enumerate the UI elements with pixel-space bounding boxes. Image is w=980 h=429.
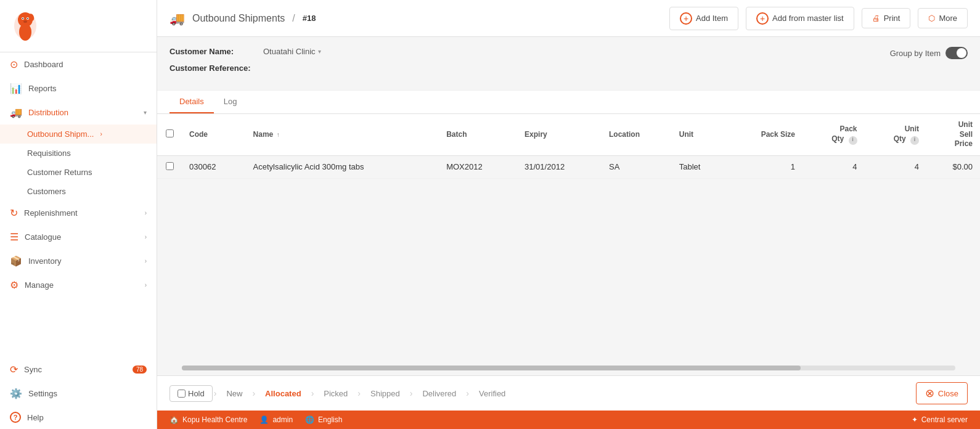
add-from-master-label: Add from master list bbox=[772, 14, 844, 23]
server-name: Central server bbox=[921, 415, 968, 424]
shipped-step[interactable]: Shipped bbox=[362, 385, 409, 402]
sync-icon: ⟳ bbox=[10, 364, 18, 375]
scroll-track[interactable] bbox=[182, 366, 955, 370]
sidebar-item-sync[interactable]: ⟳ Sync 78 bbox=[0, 358, 157, 382]
replenishment-chevron-icon: › bbox=[145, 210, 147, 216]
th-expiry: Expiry bbox=[517, 114, 602, 155]
svg-point-7 bbox=[27, 18, 28, 19]
sidebar-label-sync: Sync bbox=[24, 365, 42, 374]
user-name: admin bbox=[272, 415, 293, 424]
arrow-1: › bbox=[214, 388, 217, 398]
customer-name-dropdown-icon: ▾ bbox=[318, 48, 321, 55]
th-unit: Unit bbox=[672, 114, 727, 155]
sidebar-item-dashboard[interactable]: ⊙ Dashboard bbox=[0, 52, 157, 76]
footer-user: 👤 admin bbox=[259, 415, 293, 424]
hold-checkbox[interactable] bbox=[178, 390, 186, 398]
items-table-container: Code Name ↑ Batch Expiry Location bbox=[157, 114, 980, 361]
verified-step[interactable]: Verified bbox=[470, 385, 514, 402]
print-button[interactable]: 🖨 Print bbox=[862, 8, 911, 28]
distribution-submenu: Outbound Shipm... › Requisitions Custome… bbox=[0, 125, 157, 201]
select-all-checkbox[interactable] bbox=[166, 129, 174, 137]
sidebar-item-reports[interactable]: 📊 Reports bbox=[0, 76, 157, 100]
pack-qty-info-icon[interactable]: i bbox=[849, 136, 857, 145]
sidebar-item-distribution[interactable]: 🚚 Distribution ▾ bbox=[0, 100, 157, 125]
arrow-3: › bbox=[311, 388, 314, 398]
cell-pack-size: 1 bbox=[727, 155, 802, 178]
sidebar-item-requisitions[interactable]: Requisitions bbox=[0, 144, 157, 163]
tab-log[interactable]: Log bbox=[214, 91, 247, 113]
delivered-step[interactable]: Delivered bbox=[414, 385, 465, 402]
add-item-button[interactable]: + Add Item bbox=[669, 7, 738, 30]
tab-details[interactable]: Details bbox=[169, 91, 214, 113]
footer-language: 🌐 English bbox=[305, 415, 342, 424]
scroll-thumb[interactable] bbox=[182, 366, 801, 370]
reports-icon: 📊 bbox=[10, 83, 22, 94]
row-checkbox-cell[interactable] bbox=[157, 155, 182, 178]
sidebar-label-inventory: Inventory bbox=[28, 256, 61, 266]
group-by-label: Group by Item bbox=[890, 49, 941, 58]
arrow-6: › bbox=[466, 388, 469, 398]
manage-icon: ⚙ bbox=[10, 279, 18, 291]
sidebar-item-outbound-shipments[interactable]: Outbound Shipm... › bbox=[0, 125, 157, 144]
row-checkbox[interactable] bbox=[166, 162, 174, 170]
new-label: New bbox=[226, 389, 242, 398]
add-master-plus-icon: + bbox=[756, 12, 769, 25]
cell-unit-qty: 4 bbox=[865, 155, 926, 178]
sidebar-item-replenishment[interactable]: ↻ Replenishment › bbox=[0, 201, 157, 225]
more-button[interactable]: ⬡ More bbox=[918, 8, 968, 28]
picked-label: Picked bbox=[324, 389, 348, 398]
add-from-master-button[interactable]: + Add from master list bbox=[746, 7, 854, 30]
form-section: Customer Name: Otuatahi Clinic ▾ Custome… bbox=[157, 37, 980, 91]
group-by-toggle[interactable]: Group by Item bbox=[890, 47, 968, 59]
verified-label: Verified bbox=[479, 389, 505, 398]
th-select-all[interactable] bbox=[157, 114, 182, 155]
sidebar-item-help[interactable]: ? Help bbox=[0, 406, 157, 429]
customer-ref-row: Customer Reference: bbox=[169, 63, 890, 73]
sidebar-item-inventory[interactable]: 📦 Inventory › bbox=[0, 249, 157, 273]
logo-area bbox=[0, 0, 157, 52]
sidebar-label-reports: Reports bbox=[28, 84, 57, 93]
sidebar-item-manage[interactable]: ⚙ Manage › bbox=[0, 273, 157, 297]
sidebar: ⊙ Dashboard 📊 Reports 🚚 Distribution ▾ O… bbox=[0, 0, 157, 429]
customer-name-field[interactable]: Otuatahi Clinic ▾ bbox=[263, 47, 321, 56]
picked-step[interactable]: Picked bbox=[315, 385, 356, 402]
delivered-label: Delivered bbox=[422, 389, 456, 398]
sidebar-item-customers[interactable]: Customers bbox=[0, 182, 157, 201]
requisitions-label: Requisitions bbox=[27, 149, 71, 158]
th-batch: Batch bbox=[439, 114, 517, 155]
group-by-switch[interactable] bbox=[945, 47, 968, 59]
add-item-label: Add Item bbox=[696, 14, 728, 23]
dashboard-icon: ⊙ bbox=[10, 59, 18, 70]
th-name[interactable]: Name ↑ bbox=[246, 114, 439, 155]
svg-point-8 bbox=[23, 20, 27, 23]
sidebar-item-catalogue[interactable]: ☰ Catalogue › bbox=[0, 225, 157, 249]
more-label: More bbox=[939, 14, 957, 23]
name-sort-icon: ↑ bbox=[277, 131, 280, 138]
sidebar-item-settings[interactable]: ⚙️ Settings bbox=[0, 382, 157, 406]
settings-icon: ⚙️ bbox=[10, 388, 22, 399]
sidebar-label-help: Help bbox=[27, 413, 44, 422]
close-button[interactable]: ⊗ Close bbox=[916, 382, 968, 404]
horizontal-scrollbar[interactable] bbox=[157, 361, 980, 375]
cell-name[interactable]: Acetylsalicylic Acid 300mg tabs bbox=[246, 155, 439, 178]
hold-step[interactable]: Hold bbox=[169, 385, 213, 402]
allocated-step[interactable]: Allocated bbox=[256, 385, 310, 402]
customer-name-row: Customer Name: Otuatahi Clinic ▾ bbox=[169, 47, 890, 56]
sync-badge: 78 bbox=[133, 366, 147, 374]
user-icon: 👤 bbox=[259, 415, 269, 424]
sidebar-label-catalogue: Catalogue bbox=[25, 232, 61, 242]
shipment-id: #18 bbox=[303, 14, 316, 23]
svg-point-6 bbox=[22, 18, 23, 19]
cell-location: SA bbox=[602, 155, 672, 178]
cell-pack-qty: 4 bbox=[802, 155, 864, 178]
new-step[interactable]: New bbox=[218, 385, 251, 402]
breadcrumb-parent[interactable]: Outbound Shipments bbox=[192, 13, 285, 24]
distribution-icon: 🚚 bbox=[10, 107, 22, 118]
sidebar-item-customer-returns[interactable]: Customer Returns bbox=[0, 163, 157, 182]
cell-unit: Tablet bbox=[672, 155, 727, 178]
toggle-knob bbox=[957, 48, 966, 58]
unit-qty-info-icon[interactable]: i bbox=[910, 136, 919, 145]
customers-label: Customers bbox=[27, 187, 66, 196]
table-row: 030062 Acetylsalicylic Acid 300mg tabs M… bbox=[157, 155, 980, 178]
app-logo bbox=[10, 7, 41, 44]
